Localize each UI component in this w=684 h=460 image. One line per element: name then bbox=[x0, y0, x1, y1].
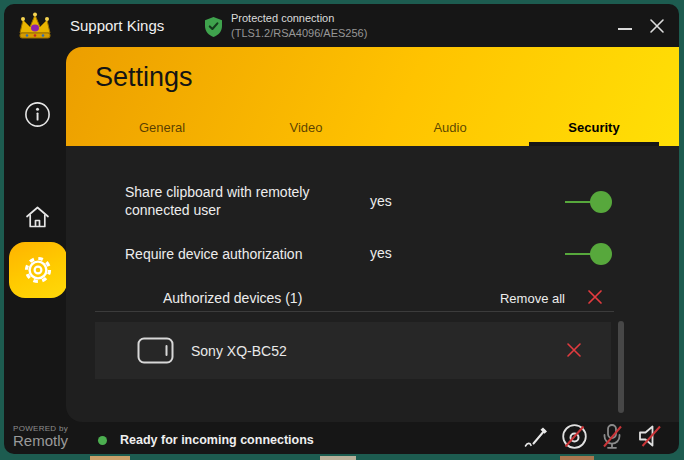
app-logo-crown-icon bbox=[16, 11, 54, 41]
device-name: Sony XQ-BC52 bbox=[191, 343, 287, 359]
connection-status: Ready for incoming connections bbox=[98, 433, 314, 447]
devices-scrollbar-thumb[interactable] bbox=[618, 321, 624, 413]
brand-name: Remotly bbox=[13, 433, 68, 449]
desktop-fragment bbox=[320, 456, 356, 460]
app-window: Support Kings Protected connection (TLS1… bbox=[4, 4, 679, 454]
page-title: Settings bbox=[95, 62, 193, 93]
record-disabled-button[interactable] bbox=[559, 421, 589, 451]
phone-device-icon bbox=[137, 337, 174, 364]
shield-check-icon bbox=[204, 16, 223, 38]
info-icon bbox=[24, 101, 51, 128]
speaker-muted-icon bbox=[636, 422, 664, 450]
powered-by-block: POWERED by Remotly bbox=[13, 424, 68, 449]
remove-all-x-icon[interactable] bbox=[586, 288, 604, 306]
tab-video[interactable]: Video bbox=[234, 115, 378, 146]
remove-device-x-icon[interactable] bbox=[565, 341, 583, 359]
tab-audio-label: Audio bbox=[433, 120, 466, 135]
remove-all-button[interactable]: Remove all bbox=[500, 291, 565, 306]
tab-video-label: Video bbox=[289, 120, 322, 135]
gear-icon bbox=[22, 254, 54, 286]
settings-header: Settings General Video Audio Security bbox=[66, 47, 679, 146]
require-authorization-value: yes bbox=[370, 245, 392, 261]
share-clipboard-value: yes bbox=[370, 193, 392, 209]
toggle-knob bbox=[590, 191, 612, 213]
desktop-fragment bbox=[90, 456, 130, 460]
status-dot-icon bbox=[98, 436, 107, 445]
close-icon bbox=[649, 18, 665, 34]
settings-tabs: General Video Audio Security bbox=[90, 115, 666, 146]
sidebar-item-info[interactable] bbox=[23, 100, 51, 128]
share-clipboard-toggle[interactable] bbox=[565, 191, 612, 213]
signature-pen-button[interactable] bbox=[521, 421, 551, 451]
toggle-knob bbox=[590, 243, 612, 265]
home-icon bbox=[23, 203, 52, 231]
minimize-button[interactable] bbox=[611, 4, 639, 48]
protection-text: Protected connection (TLS1.2/RSA4096/AES… bbox=[231, 11, 367, 40]
authorized-devices-header: Authorized devices (1) bbox=[163, 290, 302, 306]
media-controls bbox=[521, 421, 665, 451]
sidebar-item-home[interactable] bbox=[22, 202, 52, 232]
sidebar bbox=[4, 48, 66, 454]
minimize-icon bbox=[618, 28, 632, 30]
protection-line2: (TLS1.2/RSA4096/AES256) bbox=[231, 26, 367, 40]
desktop-background: Support Kings Protected connection (TLS1… bbox=[0, 0, 684, 460]
device-row: Sony XQ-BC52 bbox=[95, 322, 611, 379]
app-title: Support Kings bbox=[70, 4, 164, 48]
tab-audio[interactable]: Audio bbox=[378, 115, 522, 146]
tab-general[interactable]: General bbox=[90, 115, 234, 146]
tab-security[interactable]: Security bbox=[522, 115, 666, 146]
devices-divider bbox=[95, 311, 614, 312]
sidebar-item-settings[interactable] bbox=[9, 242, 67, 298]
microphone-muted-icon bbox=[599, 422, 625, 451]
require-authorization-toggle[interactable] bbox=[565, 243, 612, 265]
close-button[interactable] bbox=[643, 4, 671, 48]
require-authorization-label: Require device authorization bbox=[125, 245, 367, 263]
desktop-fragment bbox=[560, 456, 594, 460]
status-text: Ready for incoming connections bbox=[120, 433, 314, 447]
tab-general-label: General bbox=[139, 120, 185, 135]
signature-pen-icon bbox=[523, 423, 550, 450]
protection-line1: Protected connection bbox=[231, 11, 367, 26]
microphone-muted-button[interactable] bbox=[597, 421, 627, 451]
tab-security-label: Security bbox=[568, 120, 619, 135]
title-bar: Support Kings Protected connection (TLS1… bbox=[4, 4, 679, 48]
speaker-muted-button[interactable] bbox=[635, 421, 665, 451]
protected-connection-indicator: Protected connection (TLS1.2/RSA4096/AES… bbox=[204, 11, 367, 40]
record-disabled-icon bbox=[560, 422, 589, 451]
security-settings-panel: Share clipboard with remotely connected … bbox=[66, 146, 679, 422]
share-clipboard-label: Share clipboard with remotely connected … bbox=[125, 183, 367, 219]
